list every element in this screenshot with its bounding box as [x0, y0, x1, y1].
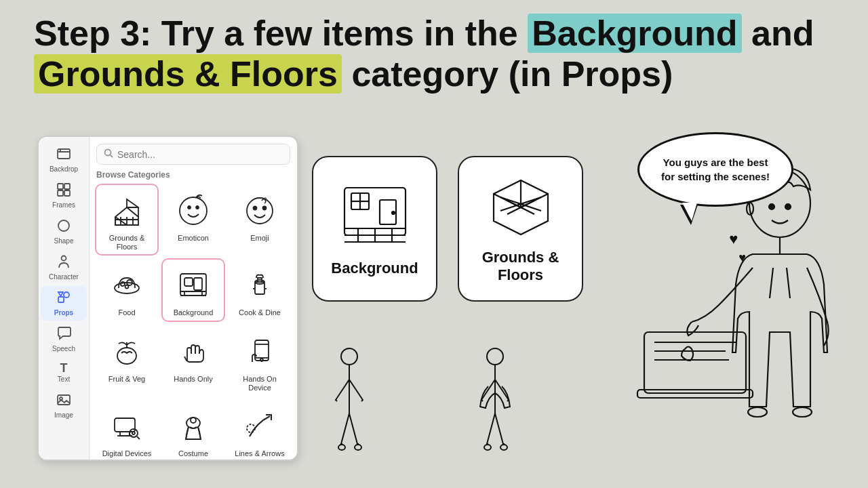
svg-line-47 [137, 436, 140, 439]
emoticon-icon [172, 189, 215, 232]
category-hands-device[interactable]: Hands On Device [228, 325, 292, 396]
sidebar-label-text: Text [58, 375, 70, 383]
lines-arrows-icon [238, 405, 281, 448]
speech-icon [56, 326, 71, 344]
panel-content: Browse Categories [90, 137, 297, 460]
svg-point-24 [254, 207, 257, 210]
svg-rect-32 [194, 278, 202, 290]
svg-point-27 [121, 282, 125, 286]
person-stand-left [322, 346, 390, 481]
svg-point-7 [58, 220, 69, 231]
sidebar-item-backdrop[interactable]: Backdrop [41, 142, 87, 177]
hands-device-icon [238, 330, 281, 373]
sidebar-item-shape[interactable]: Shape [41, 214, 87, 249]
sidebar: Backdrop Frames Shape [39, 137, 90, 460]
costume-icon [172, 405, 215, 448]
sidebar-item-text[interactable]: T Text [41, 358, 87, 387]
svg-rect-76 [644, 332, 746, 393]
text-icon: T [60, 362, 68, 374]
backdrop-icon [56, 146, 71, 164]
svg-rect-12 [58, 395, 70, 405]
header-text-end: category (in Props) [351, 54, 673, 94]
svg-point-22 [196, 206, 199, 209]
search-bar [90, 137, 297, 169]
header-text-before: Step 3: Try a few items in the [34, 14, 518, 53]
cook-dine-icon [238, 264, 281, 307]
grounds-floors-card-label: Grounds & Floors [482, 249, 559, 284]
svg-rect-3 [58, 184, 63, 189]
hands-only-icon [172, 330, 215, 373]
search-input-wrap[interactable] [96, 144, 290, 165]
frames-icon [56, 182, 71, 200]
hands-only-label: Hands Only [174, 375, 212, 384]
preview-area: Background Grounds & Floors [312, 156, 583, 302]
svg-point-21 [188, 206, 191, 209]
sidebar-label-backdrop: Backdrop [50, 165, 78, 173]
speech-bubble: You guys are the best for setting the sc… [637, 132, 793, 207]
svg-point-71 [500, 445, 507, 450]
costume-label: Costume [178, 449, 208, 458]
emoji-label: Emoji [250, 234, 269, 243]
category-digital-devices[interactable]: Digital Devices [95, 399, 159, 460]
svg-point-85 [793, 407, 812, 417]
sidebar-item-character[interactable]: Character [41, 250, 87, 285]
person-stand-right [468, 346, 536, 481]
sidebar-item-speech[interactable]: Speech [41, 322, 87, 357]
header-highlight-grounds: Grounds & Floors [34, 54, 342, 94]
category-cook-dine[interactable]: Cook & Dine [228, 258, 292, 321]
background-card-label: Background [331, 260, 418, 277]
character-icon [56, 254, 71, 272]
category-food[interactable]: Food [95, 258, 159, 321]
svg-point-23 [247, 198, 273, 224]
sidebar-label-character: Character [49, 273, 79, 281]
svg-rect-9 [58, 297, 64, 302]
svg-point-81 [769, 204, 774, 209]
svg-point-82 [785, 204, 791, 209]
svg-rect-0 [58, 149, 70, 159]
background-icon [172, 264, 215, 307]
svg-rect-5 [58, 190, 63, 196]
svg-point-29 [125, 285, 129, 289]
svg-point-66 [338, 445, 345, 450]
fruit-veg-label: Fruit & Veg [108, 375, 145, 384]
food-icon [105, 264, 149, 307]
sidebar-label-props: Props [54, 309, 73, 317]
sidebar-item-image[interactable]: Image [41, 388, 87, 423]
cook-dine-label: Cook & Dine [239, 308, 281, 317]
background-label: Background [174, 308, 214, 317]
category-emoji[interactable]: Emoji [228, 184, 292, 256]
svg-line-75 [787, 268, 790, 298]
svg-point-8 [62, 256, 66, 261]
sidebar-label-speech: Speech [52, 345, 75, 352]
food-label: Food [118, 308, 135, 317]
hands-device-label: Hands On Device [231, 375, 289, 392]
search-input[interactable] [117, 149, 283, 160]
category-grid: Grounds &Floors Emoticon [90, 184, 297, 460]
header-text-and: and [751, 14, 814, 53]
category-lines-arrows[interactable]: Lines & Arrows [228, 399, 292, 460]
svg-rect-6 [64, 190, 70, 196]
svg-point-48 [132, 432, 135, 434]
heart-1: ♥ [729, 230, 746, 248]
header-highlight-background: Background [528, 14, 741, 53]
sidebar-item-props[interactable]: Props [41, 286, 87, 321]
heart-2: ♥ [738, 251, 746, 265]
svg-point-70 [484, 445, 491, 450]
background-card-icon [338, 181, 412, 251]
svg-line-15 [111, 155, 113, 158]
svg-point-20 [180, 197, 207, 224]
category-grounds-floors[interactable]: Grounds &Floors [95, 184, 159, 256]
browse-categories-label: Browse Categories [90, 169, 297, 184]
speech-bubble-text: You guys are the best for setting the sc… [661, 155, 770, 184]
svg-line-74 [770, 268, 773, 298]
category-background[interactable]: Background [161, 258, 225, 321]
header-line2: Grounds & Floors category (in Props) [34, 54, 834, 95]
category-emoticon[interactable]: Emoticon [161, 184, 225, 256]
svg-point-14 [105, 150, 111, 156]
image-icon [56, 392, 71, 410]
digital-devices-icon [105, 405, 149, 448]
category-fruit-veg[interactable]: Fruit & Veg [95, 325, 159, 396]
category-costume[interactable]: Costume [161, 399, 225, 460]
category-hands-only[interactable]: Hands Only [161, 325, 225, 396]
sidebar-item-frames[interactable]: Frames [41, 178, 87, 213]
